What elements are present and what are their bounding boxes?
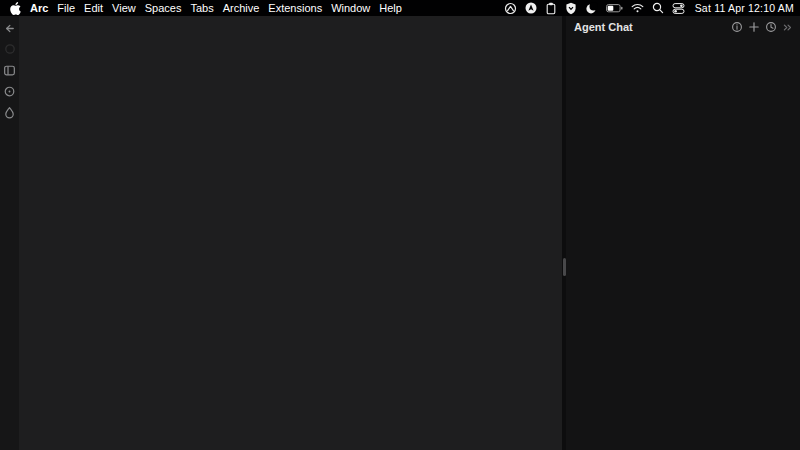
sidebar-toggle-icon <box>3 64 16 77</box>
menu-view[interactable]: View <box>112 0 136 16</box>
history-clock-icon <box>765 21 777 33</box>
compass-icon <box>3 85 16 98</box>
double-chevron-right-icon <box>782 22 793 33</box>
navigation-circle-icon[interactable] <box>525 2 537 14</box>
collapse-panel-button[interactable] <box>781 21 794 34</box>
circle-button[interactable] <box>3 42 17 56</box>
info-button[interactable] <box>730 21 743 34</box>
menu-app-arc[interactable]: Arc <box>30 0 48 16</box>
menu-window[interactable]: Window <box>331 0 370 16</box>
droplet-button[interactable] <box>3 105 17 119</box>
wifi-icon[interactable] <box>631 3 644 13</box>
back-arrow-icon <box>3 22 16 35</box>
apple-logo-icon <box>10 2 21 15</box>
droplet-icon <box>3 106 16 119</box>
menu-extensions[interactable]: Extensions <box>268 0 322 16</box>
battery-icon[interactable] <box>606 4 623 13</box>
search-icon[interactable] <box>652 2 664 14</box>
plus-icon <box>748 21 760 33</box>
menu-archive[interactable]: Archive <box>223 0 260 16</box>
moon-icon[interactable] <box>585 2 598 15</box>
apple-menu[interactable] <box>10 2 21 15</box>
clipboard-icon[interactable] <box>545 2 557 15</box>
control-center-icon[interactable] <box>672 2 685 15</box>
menu-file[interactable]: File <box>57 0 75 16</box>
page-content <box>19 16 562 450</box>
menu-bar-status-area: Sat 11 Apr 12:10 AM <box>504 0 794 16</box>
compass-button[interactable] <box>3 84 17 98</box>
agent-chat-panel: Agent Chat <box>566 16 800 450</box>
back-button[interactable] <box>3 21 17 35</box>
menu-edit[interactable]: Edit <box>84 0 103 16</box>
menu-spaces[interactable]: Spaces <box>145 0 182 16</box>
menu-help[interactable]: Help <box>379 0 402 16</box>
agent-chat-actions <box>730 21 794 34</box>
info-icon <box>731 21 743 33</box>
new-chat-button[interactable] <box>747 21 760 34</box>
circle-icon <box>4 43 16 55</box>
menu-bar: Arc File Edit View Spaces Tabs Archive E… <box>0 0 800 16</box>
shield-icon[interactable] <box>565 2 577 15</box>
agent-chat-header: Agent Chat <box>566 16 800 36</box>
menu-tabs[interactable]: Tabs <box>190 0 213 16</box>
history-button[interactable] <box>764 21 777 34</box>
nav-rail <box>0 16 19 450</box>
menu-bar-left: Arc File Edit View Spaces Tabs Archive E… <box>10 0 402 16</box>
menubar-clock[interactable]: Sat 11 Apr 12:10 AM <box>695 0 794 16</box>
agent-chat-title: Agent Chat <box>574 21 633 33</box>
agent-chat-body <box>566 38 800 450</box>
sidebar-toggle-button[interactable] <box>3 63 17 77</box>
arc-circle-icon[interactable] <box>504 2 517 15</box>
